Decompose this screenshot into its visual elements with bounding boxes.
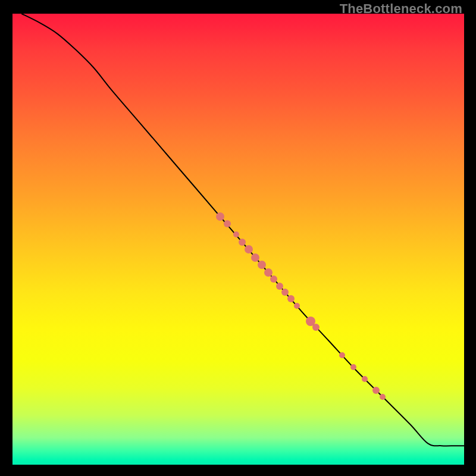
data-point	[380, 394, 386, 400]
data-point	[233, 231, 239, 237]
stage: TheBottleneck.com	[0, 0, 476, 476]
data-point	[294, 303, 300, 309]
data-point	[339, 352, 345, 358]
data-point	[239, 239, 246, 246]
data-point	[312, 324, 320, 331]
data-point	[251, 253, 259, 262]
data-point	[216, 212, 224, 221]
data-point	[276, 283, 283, 290]
data-point	[258, 261, 266, 269]
data-point	[287, 295, 295, 302]
data-point	[281, 289, 289, 296]
data-point	[245, 245, 253, 253]
data-point	[362, 376, 368, 382]
curve-svg	[12, 14, 464, 465]
data-point	[372, 387, 380, 394]
data-point	[224, 220, 231, 227]
data-point	[270, 275, 277, 283]
data-point	[350, 364, 356, 370]
data-point	[264, 268, 273, 277]
main-curve	[21, 14, 464, 446]
